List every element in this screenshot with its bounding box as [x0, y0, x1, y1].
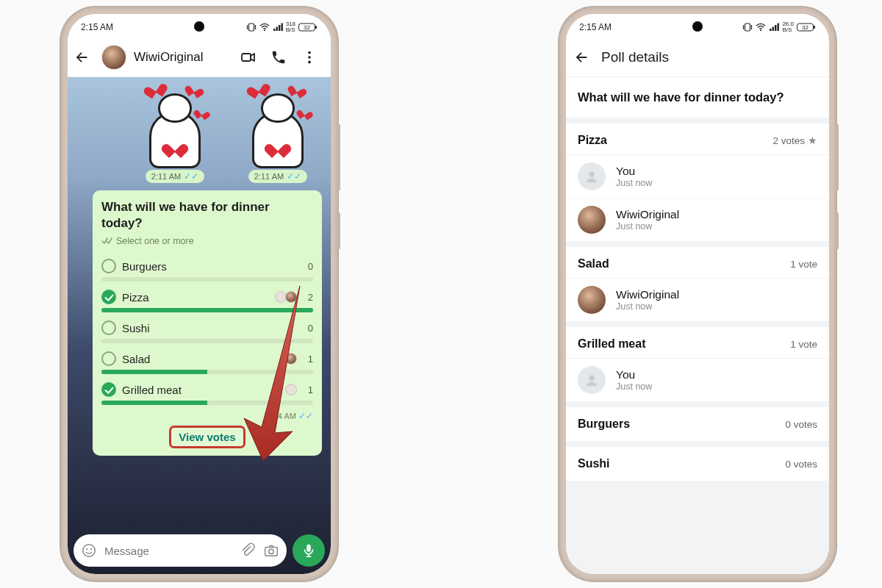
svg-rect-16	[265, 547, 278, 556]
svg-point-28	[589, 172, 594, 177]
avatar	[578, 206, 606, 234]
voter-avatar-icon	[285, 384, 297, 395]
contact-avatar[interactable]	[101, 45, 126, 70]
status-speed: 26.0B/S	[782, 21, 794, 33]
svg-text:32: 32	[304, 24, 310, 31]
svg-rect-4	[279, 25, 280, 31]
signal-icon	[273, 23, 283, 32]
voice-call-icon[interactable]	[270, 49, 294, 65]
poll-question: What will we have for dinner today?	[101, 199, 313, 232]
poll-message: What will we have for dinner today? Sele…	[93, 190, 322, 456]
radio-unchecked-icon[interactable]	[101, 351, 116, 366]
svg-point-10	[308, 51, 311, 54]
svg-rect-18	[306, 545, 311, 552]
poll-result-group: Pizza2 votes★ YouJust now WiwiOriginalJu…	[566, 123, 829, 247]
status-time: 2:15 AM	[81, 22, 113, 32]
status-speed: 318B/S	[286, 21, 295, 33]
poll-option[interactable]: Pizza2	[101, 284, 313, 315]
sticker-message[interactable]: 2:11 AM✓✓	[231, 82, 325, 183]
more-icon[interactable]	[301, 49, 325, 65]
poll-result-group: Sushi0 votes	[566, 447, 829, 481]
wifi-icon	[756, 23, 766, 32]
svg-rect-9	[242, 54, 251, 61]
svg-rect-21	[770, 29, 771, 31]
radio-checked-icon[interactable]	[101, 290, 116, 304]
poll-time: 2:14 AM	[267, 412, 296, 420]
svg-rect-7	[315, 26, 317, 29]
poll-hint: Select one or more	[116, 236, 194, 246]
battery-icon: 32	[797, 23, 816, 32]
message-input[interactable]: Message	[74, 534, 287, 567]
volume-button	[836, 124, 839, 190]
front-camera	[194, 21, 204, 32]
poll-option[interactable]: Salad1	[101, 346, 313, 377]
video-call-icon[interactable]	[240, 49, 263, 66]
avatar-placeholder-icon	[578, 162, 606, 190]
poll-result-group: Salad1 vote WiwiOriginalJust now	[566, 247, 829, 327]
poll-option[interactable]: Grilled meat1	[101, 377, 313, 408]
vibrate-icon	[742, 23, 753, 32]
svg-rect-3	[276, 27, 277, 32]
read-ticks-icon: ✓✓	[287, 171, 301, 182]
attach-icon[interactable]	[240, 542, 256, 559]
poll-option[interactable]: Sushi0	[101, 315, 313, 346]
phone-frame-right: 2:15 AM 26.0B/S 32 Poll details What wil…	[559, 7, 836, 581]
sticker-message[interactable]: 2:11 AM✓✓	[128, 82, 222, 183]
radio-checked-icon[interactable]	[101, 382, 116, 397]
svg-point-13	[83, 545, 96, 557]
read-ticks-icon: ✓✓	[184, 171, 198, 182]
voter-row[interactable]: WiwiOriginalJust now	[566, 198, 829, 241]
camera-icon[interactable]	[263, 542, 279, 559]
avatar	[578, 286, 606, 314]
svg-text:32: 32	[802, 24, 808, 31]
view-votes-button[interactable]: View votes	[169, 426, 245, 448]
svg-rect-5	[281, 24, 282, 32]
status-time: 2:15 AM	[579, 22, 612, 32]
star-icon: ★	[808, 135, 817, 146]
poll-option[interactable]: Burguers0	[101, 254, 313, 284]
svg-point-11	[308, 56, 311, 59]
voter-avatar-icon	[285, 291, 297, 303]
read-ticks-icon: ✓✓	[298, 411, 313, 421]
radio-unchecked-icon[interactable]	[101, 259, 116, 273]
message-placeholder: Message	[104, 545, 232, 557]
poll-question: What will we have for dinner today?	[566, 77, 829, 123]
signal-icon	[769, 23, 779, 32]
emoji-icon[interactable]	[81, 542, 97, 559]
svg-point-17	[269, 549, 273, 553]
voter-row[interactable]: YouJust now	[566, 155, 829, 198]
message-time: 2:11 AM	[151, 172, 181, 181]
wifi-icon	[259, 23, 270, 32]
back-icon[interactable]	[74, 49, 94, 65]
vibrate-icon	[246, 23, 257, 32]
svg-point-20	[760, 29, 761, 31]
voter-row[interactable]: YouJust now	[566, 359, 829, 401]
back-icon[interactable]	[573, 49, 589, 65]
svg-rect-2	[273, 29, 275, 31]
volume-button	[338, 124, 340, 190]
voter-avatar-icon	[285, 353, 297, 365]
chat-header: WiwiOriginal	[68, 37, 331, 77]
poll-details-header: Poll details	[566, 37, 829, 77]
battery-icon: 32	[298, 23, 318, 32]
phone-frame-left: 2:15 AM 318B/S 32 WiwiOriginal	[60, 7, 338, 581]
svg-point-14	[86, 548, 87, 550]
front-camera	[692, 21, 703, 32]
power-button	[338, 212, 340, 249]
radio-unchecked-icon[interactable]	[101, 320, 116, 335]
voter-row[interactable]: WiwiOriginalJust now	[566, 279, 829, 321]
mic-button[interactable]	[293, 534, 325, 567]
svg-rect-0	[248, 24, 254, 31]
multiselect-icon	[101, 237, 113, 245]
message-time: 2:11 AM	[254, 172, 284, 181]
poll-result-group: Grilled meat1 vote YouJust now	[566, 327, 829, 407]
page-title: Poll details	[601, 49, 669, 65]
svg-rect-23	[775, 25, 776, 31]
svg-point-1	[264, 29, 265, 31]
svg-rect-26	[814, 26, 815, 29]
svg-rect-24	[778, 24, 779, 32]
svg-point-12	[308, 60, 311, 63]
contact-name[interactable]: WiwiOriginal	[134, 50, 232, 65]
power-button	[836, 212, 839, 249]
svg-rect-22	[772, 27, 774, 32]
